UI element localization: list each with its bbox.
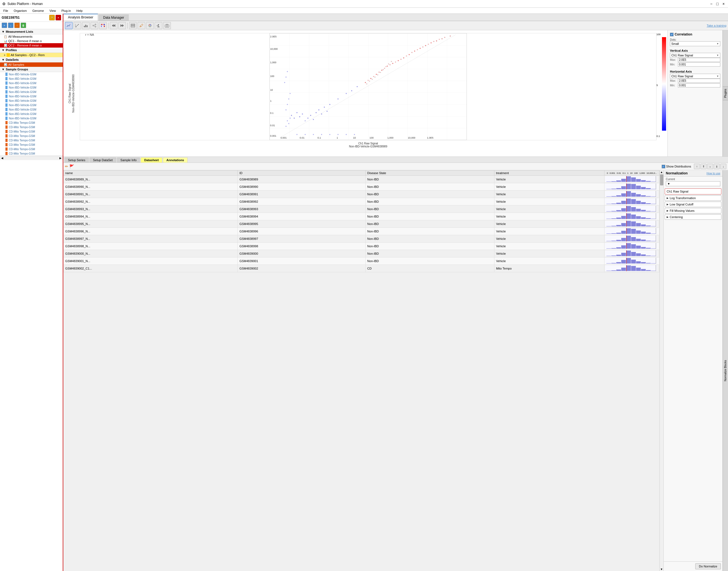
sample-cd-3[interactable]: CD-Mito Tempo-GSM <box>0 129 63 134</box>
nav-downdown-btn[interactable]: ⇓ <box>714 164 720 169</box>
sample-groups-header[interactable]: ▼ Sample Groups <box>0 67 63 72</box>
v-min-input[interactable] <box>678 63 720 67</box>
qc2-item[interactable]: 📊 QC2 - Remove if mean o <box>0 43 63 47</box>
sample-nonIBD-1[interactable]: Non-IBD-Vehicle-GSM <box>0 72 63 77</box>
profiles-header[interactable]: ▼ Profiles <box>0 47 63 53</box>
nav-up-btn[interactable]: ↑ <box>694 164 700 169</box>
flag-icon[interactable]: 🚩 <box>69 164 74 168</box>
sample-nonIBD-6[interactable]: Non-IBD-Vehicle-GSM <box>0 94 63 99</box>
v-max-input[interactable] <box>678 58 720 62</box>
plugins-tab[interactable]: Plugins <box>723 86 728 100</box>
tab-sample-info[interactable]: Sample Info <box>117 157 140 162</box>
sample-nonIBD-9[interactable]: Non-IBD-Vehicle-GSM <box>0 107 63 112</box>
datasets-header[interactable]: ▼ DataSets <box>0 57 63 63</box>
norm-dropdown[interactable]: ▼ <box>666 181 720 186</box>
btn-heatmap[interactable] <box>99 22 107 29</box>
btn-bar[interactable] <box>82 22 90 29</box>
qc1-item[interactable]: 📊 QC1 - Remove if mean o <box>0 39 63 43</box>
nav-down-btn[interactable]: ↓ <box>720 164 726 169</box>
scroll-down-btn[interactable]: ▼ <box>660 567 663 571</box>
down-btn[interactable]: ↓ <box>8 22 13 28</box>
tab-analysis-browser[interactable]: Analysis Browser <box>63 14 98 21</box>
close-btn[interactable]: × <box>721 2 726 6</box>
menu-plugin[interactable]: Plug-in <box>59 9 73 13</box>
nav-move-btn[interactable]: ⬦ <box>707 164 713 169</box>
sample-nonIBD-7[interactable]: Non-IBD-Vehicle-GSM <box>0 99 63 103</box>
btn-camera[interactable] <box>163 22 171 29</box>
dots-dropdown[interactable]: Small ▼ <box>670 41 720 46</box>
nav-upup-btn[interactable]: ⇑ <box>701 164 707 169</box>
btn-line-chart[interactable] <box>65 22 73 29</box>
sample-cd-1[interactable]: CD-Mito Tempo-GSM <box>0 120 63 125</box>
window-controls[interactable]: − □ × <box>709 2 726 6</box>
scroll-up-btn[interactable]: ▲ <box>660 170 663 174</box>
scroll-left-btn[interactable]: ◀ <box>1 156 3 159</box>
do-normalize-btn[interactable]: Do Normalize <box>695 563 721 569</box>
btn-scatter[interactable] <box>74 22 81 29</box>
h-min-input[interactable] <box>678 83 720 88</box>
sample-nonIBD-10[interactable]: Non-IBD-Vehicle-GSM <box>0 112 63 116</box>
trash-btn[interactable]: 🗑 <box>21 22 26 28</box>
show-dist-checkbox[interactable] <box>662 165 665 168</box>
menu-file[interactable]: File <box>1 9 10 13</box>
menu-genome[interactable]: Genome <box>30 9 46 13</box>
sample-nonIBD-5[interactable]: Non-IBD-Vehicle-GSM <box>0 90 63 94</box>
data-table-scroll[interactable]: name ID Disease State treatment 00.0010.… <box>63 170 659 571</box>
sample-nonIBD-4[interactable]: Non-IBD-Vehicle-GSM <box>0 85 63 90</box>
scroll-right-btn[interactable]: ▶ <box>60 156 62 159</box>
col-name[interactable]: name <box>64 170 238 176</box>
tab-setup-dataset[interactable]: Setup DataSet <box>89 157 116 162</box>
tab-datasheet[interactable]: Datasheet <box>140 157 162 162</box>
col-disease[interactable]: Disease State <box>366 170 494 176</box>
sample-nonIBD-3[interactable]: Non-IBD-Vehicle-GSM <box>0 81 63 85</box>
all-samples-dataset[interactable]: 📊 All Samples <box>0 63 63 67</box>
left-panel-hscroll[interactable]: ◀ ▶ <box>0 156 63 160</box>
all-samples-profile[interactable]: + All Samples - QC2 - Rem <box>0 53 63 57</box>
correlation-checkbox[interactable] <box>670 33 673 36</box>
norm-low-signal[interactable]: ▶ Low Signal Cutoff <box>665 202 721 207</box>
sample-cd-2[interactable]: CD-Mito Tempo-GSM <box>0 125 63 129</box>
normalize-blocks-label[interactable]: Normalize Blocks <box>723 359 727 382</box>
col-id[interactable]: ID <box>238 170 366 176</box>
sample-cd-4[interactable]: CD-Mito Tempo-GSM <box>0 134 63 138</box>
btn-skip-back[interactable] <box>110 22 117 29</box>
btn-skip-forward[interactable] <box>118 22 126 29</box>
table-scrollbar[interactable]: ▲ ▼ <box>659 170 663 571</box>
sample-cd-8[interactable]: CD-Mito Tempo-GSM <box>0 151 63 156</box>
btn-person-chart[interactable] <box>154 22 162 29</box>
close-project-btn[interactable]: × <box>56 15 61 20</box>
sample-nonIBD-8[interactable]: Non-IBD-Vehicle-GSM <box>0 103 63 107</box>
lock-icon[interactable]: 🔒 <box>49 15 55 20</box>
tab-data-manager[interactable]: Data Manager <box>99 14 129 21</box>
btn-network[interactable] <box>91 22 98 29</box>
measurement-lists-header[interactable]: ▼ Measurement Lists <box>0 29 63 34</box>
sample-nonIBD-11[interactable]: Non-IBD-Vehicle-GSM <box>0 116 63 120</box>
maximize-btn[interactable]: □ <box>715 2 719 6</box>
menu-organism[interactable]: Organism <box>12 9 29 13</box>
minimize-btn[interactable]: − <box>709 2 713 6</box>
norm-ch1-raw[interactable]: Ch1 Raw Signal <box>665 189 721 195</box>
btn-pencil[interactable] <box>137 22 145 29</box>
edit-icon[interactable]: ✏ <box>65 164 68 168</box>
scroll-thumb[interactable] <box>660 175 663 186</box>
norm-fill-missing[interactable]: ▶ Fill Missing Values <box>665 208 721 213</box>
norm-log-transform[interactable]: ▶ Log Transformation <box>665 195 721 201</box>
menu-help[interactable]: Help <box>74 9 85 13</box>
sample-cd-5[interactable]: CD-Mito Tempo-GSM <box>0 138 63 142</box>
sample-nonIBD-2[interactable]: Non-IBD-Vehicle-GSM <box>0 77 63 81</box>
btn-palette[interactable] <box>146 22 154 29</box>
up-btn[interactable]: ↑ <box>14 22 20 28</box>
menu-view[interactable]: View <box>47 9 58 13</box>
horizontal-axis-dropdown[interactable]: Ch1 Raw Signal ▼ <box>670 74 720 79</box>
tab-annotations[interactable]: Annotations <box>163 157 188 162</box>
btn-table[interactable] <box>129 22 137 29</box>
tab-setup-series[interactable]: Setup Series <box>65 157 89 162</box>
sample-cd-6[interactable]: CD-Mito Tempo-GSM <box>0 142 63 147</box>
col-treatment[interactable]: treatment <box>494 170 604 176</box>
add-btn[interactable]: + <box>2 22 7 28</box>
h-max-input[interactable] <box>678 79 720 83</box>
training-link[interactable]: Take a training <box>707 24 726 27</box>
vertical-axis-dropdown[interactable]: Ch1 Raw Signal ▼ <box>670 53 720 58</box>
norm-centering[interactable]: ▶ Centering <box>665 214 721 220</box>
sample-cd-7[interactable]: CD-Mito Tempo-GSM <box>0 147 63 151</box>
